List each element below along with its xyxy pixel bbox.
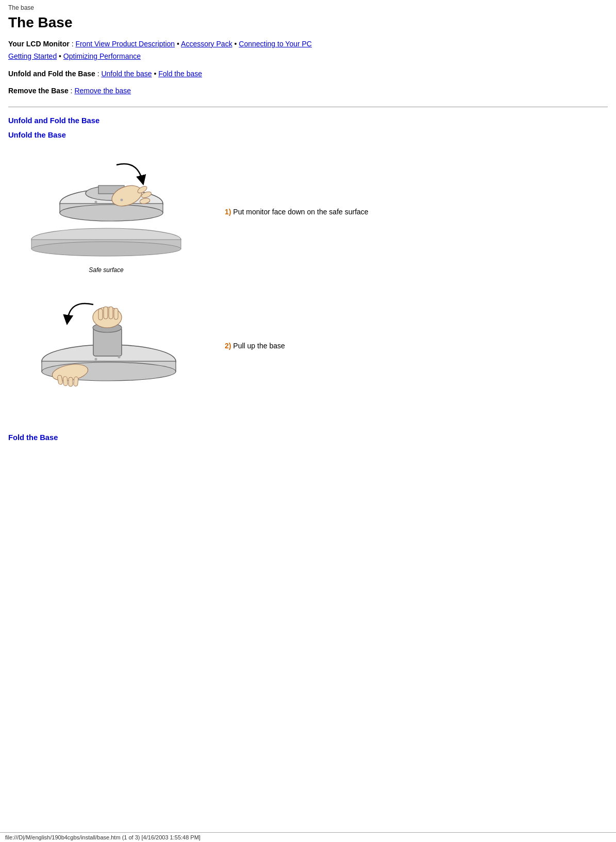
- svg-point-11: [31, 242, 181, 256]
- svg-rect-21: [104, 307, 108, 319]
- step-1-num: 1): [225, 208, 231, 216]
- unfold-fold-label: Unfold and Fold the Base: [8, 70, 95, 78]
- page-title: The Base: [8, 14, 608, 31]
- step-1-row: Safe surface 1) Put monitor face down on…: [8, 149, 608, 274]
- nav-link-front-view[interactable]: Front View Product Description: [75, 40, 175, 48]
- svg-point-13: [121, 199, 123, 201]
- browser-title: The base: [8, 4, 608, 11]
- svg-rect-28: [63, 376, 68, 386]
- step-2-text: 2) Pull up the base: [204, 342, 608, 350]
- svg-rect-22: [109, 307, 113, 319]
- step-2-svg: [19, 289, 194, 402]
- unfold-fold-nav: Unfold and Fold the Base : Unfold the ba…: [8, 68, 608, 80]
- step-1-desc-text: Put monitor face down on the safe surfac…: [233, 208, 368, 216]
- remove-base-nav: Remove the Base : Remove the base: [8, 85, 608, 97]
- remove-base-label: Remove the Base: [8, 87, 69, 95]
- step-2-image: [8, 289, 204, 402]
- nav-link-remove[interactable]: Remove the base: [74, 87, 131, 95]
- step-1-text: 1) Put monitor face down on the safe sur…: [204, 208, 608, 216]
- step-1-image: Safe surface: [8, 149, 204, 274]
- fold-heading: Fold the Base: [8, 433, 608, 442]
- divider: [8, 107, 608, 107]
- unfold-heading: Unfold the Base: [8, 131, 608, 139]
- nav-link-connecting[interactable]: Connecting to Your PC: [239, 40, 312, 48]
- step-1-svg: [19, 149, 194, 263]
- safe-surface-label: Safe surface: [19, 266, 194, 274]
- svg-point-24: [95, 358, 97, 361]
- svg-point-25: [118, 356, 121, 359]
- lcd-monitor-label: Your LCD Monitor: [8, 40, 70, 48]
- nav-link-optimizing[interactable]: Optimizing Performance: [63, 52, 141, 60]
- nav-link-accessory[interactable]: Accessory Pack: [181, 40, 232, 48]
- svg-rect-23: [114, 308, 118, 319]
- step-2-num: 2): [225, 342, 231, 350]
- step-2-row: 2) Pull up the base: [8, 289, 608, 402]
- svg-rect-29: [69, 377, 73, 386]
- unfold-fold-heading: Unfold and Fold the Base: [8, 116, 608, 125]
- lcd-monitor-nav: Your LCD Monitor : Front View Product De…: [8, 38, 608, 63]
- svg-point-2: [60, 205, 163, 221]
- unfold-fold-section: Unfold and Fold the Base Unfold the Base: [8, 116, 608, 442]
- nav-link-fold[interactable]: Fold the base: [158, 70, 202, 78]
- nav-link-getting-started[interactable]: Getting Started: [8, 52, 57, 60]
- nav-link-unfold[interactable]: Unfold the base: [101, 70, 152, 78]
- svg-point-12: [95, 201, 97, 204]
- svg-rect-30: [73, 377, 78, 386]
- step-2-desc-text: Pull up the base: [233, 342, 285, 350]
- svg-rect-20: [98, 309, 103, 320]
